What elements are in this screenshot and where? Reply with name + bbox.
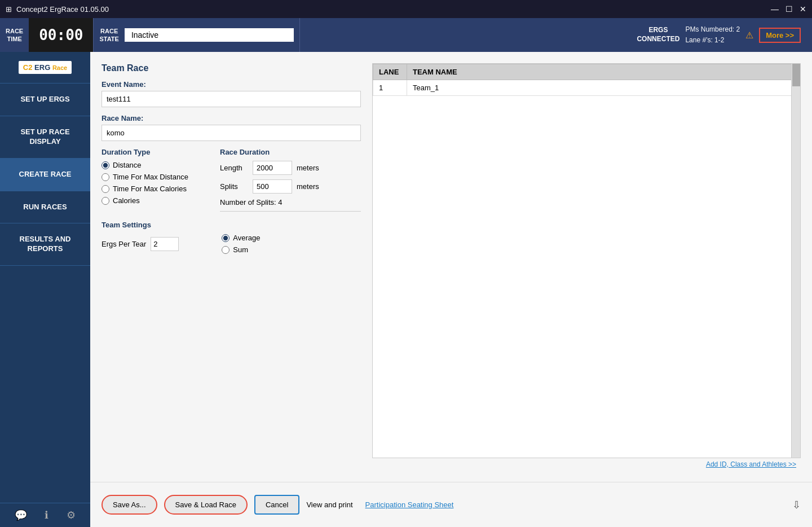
col-lane: LANE — [373, 64, 407, 80]
event-name-group: Event Name: — [102, 80, 361, 107]
save-load-button[interactable]: Save & Load Race — [164, 495, 248, 515]
sidebar-item-setup-ergs[interactable]: SET UP ERGS — [0, 84, 90, 116]
length-label: Length — [220, 164, 248, 172]
duration-type-panel: Duration Type Distance Time For Max Dist… — [102, 148, 209, 212]
duration-option-distance[interactable]: Distance — [102, 161, 209, 169]
ergs-section: ERGS CONNECTED PMs Numbered: 2 Lane #'s:… — [625, 18, 812, 52]
chat-icon[interactable]: 💬 — [15, 509, 27, 521]
logo-container: C2 ERG Race — [19, 61, 72, 74]
scrollbar-track[interactable] — [791, 64, 800, 458]
form-panel: Team Race Event Name: Race Name: Duratio… — [102, 63, 361, 471]
length-unit: meters — [297, 164, 319, 172]
duration-type-label: Duration Type — [102, 148, 209, 156]
title-bar-controls[interactable]: — ☐ ✕ — [771, 5, 806, 14]
race-name-group: Race Name: — [102, 114, 361, 141]
duration-option-calories[interactable]: Calories — [102, 196, 209, 205]
sidebar-logo: C2 ERG Race — [0, 52, 90, 84]
splits-row: Splits meters — [220, 179, 361, 194]
title-bar: ⊞ Concept2 ErgRace 01.05.00 — ☐ ✕ — [0, 0, 812, 18]
race-name-label: Race Name: — [102, 114, 361, 122]
ergs-per-tear: Ergs Per Tear — [102, 237, 179, 251]
ergs-per-tear-input[interactable] — [151, 237, 179, 251]
sidebar: C2 ERG Race SET UP ERGS SET UP RACEDISPL… — [0, 52, 90, 527]
main-content: Team Race Event Name: Race Name: Duratio… — [90, 52, 812, 482]
add-athletes-link[interactable]: Add ID, Class and Athletes >> — [372, 458, 801, 471]
team-settings-label: Team Settings — [102, 221, 361, 229]
splits-count: Number of Splits: 4 — [220, 198, 361, 207]
logo-erg-text: ERG — [34, 63, 50, 72]
race-state-section: RACE STATE Inactive — [94, 18, 299, 52]
sum-option[interactable]: Sum — [222, 245, 260, 254]
info-icon[interactable]: ℹ — [45, 509, 48, 521]
sidebar-item-setup-race-display[interactable]: SET UP RACEDISPLAY — [0, 116, 90, 159]
sidebar-item-create-race[interactable]: CREATE RACE — [0, 159, 90, 191]
ergs-info: PMs Numbered: 2 Lane #'s: 1-2 — [685, 24, 740, 46]
sidebar-item-results[interactable]: RESULTS ANDREPORTS — [0, 223, 90, 266]
team-table: LANE TEAM NAME 1 Team_1 — [373, 64, 800, 96]
top-bar: RACE TIME 00:00 RACE STATE Inactive ERGS… — [0, 18, 812, 52]
team-settings-row: Ergs Per Tear Average Sum — [102, 234, 361, 254]
settings-row: Duration Type Distance Time For Max Dist… — [102, 148, 361, 212]
splits-input[interactable] — [253, 179, 292, 194]
duration-option-time-max-calories[interactable]: Time For Max Calories — [102, 185, 209, 193]
race-duration-panel: Race Duration Length meters Splits meter… — [220, 148, 361, 212]
duration-option-time-max-distance[interactable]: Time For Max Distance — [102, 173, 209, 181]
race-duration-label: Race Duration — [220, 148, 361, 156]
splits-label: Splits — [220, 182, 248, 191]
sidebar-item-run-races[interactable]: RUN RACES — [0, 191, 90, 224]
more-button[interactable]: More >> — [759, 28, 801, 43]
app-icon: ⊞ — [6, 5, 12, 14]
team-table-container: LANE TEAM NAME 1 Team_1 — [372, 63, 801, 458]
right-panel: LANE TEAM NAME 1 Team_1 — [372, 63, 801, 471]
cell-team-name: Team_1 — [407, 80, 800, 96]
table-row: 1 Team_1 — [373, 80, 800, 96]
race-time-section: RACE TIME 00:00 — [0, 18, 94, 52]
scrollbar-thumb[interactable] — [792, 64, 800, 86]
race-name-input[interactable] — [102, 125, 361, 141]
race-state-label: RACE STATE — [99, 27, 118, 43]
main-layout: C2 ERG Race SET UP ERGS SET UP RACEDISPL… — [0, 52, 812, 527]
cell-lane: 1 — [373, 80, 407, 96]
bottom-bar: Save As... Save & Load Race Cancel View … — [90, 482, 812, 527]
race-time-value: 00:00 — [29, 18, 93, 52]
app-title: Concept2 ErgRace 01.05.00 — [16, 5, 109, 14]
splits-unit: meters — [297, 182, 319, 191]
close-button[interactable]: ✕ — [800, 5, 806, 14]
title-bar-left: ⊞ Concept2 ErgRace 01.05.00 — [6, 5, 109, 14]
duration-radio-group: Distance Time For Max Distance Time For … — [102, 161, 209, 205]
race-state-value: Inactive — [125, 28, 294, 42]
section-title: Team Race — [102, 63, 361, 73]
race-time-label: RACE TIME — [0, 27, 29, 43]
length-row: Length meters — [220, 161, 361, 175]
logo-c2: C2 — [23, 63, 33, 72]
event-name-input[interactable] — [102, 91, 361, 107]
content-area: Team Race Event Name: Race Name: Duratio… — [90, 52, 812, 527]
print-icon[interactable]: ⇩ — [792, 499, 801, 511]
warning-icon: ⚠ — [745, 30, 753, 41]
participation-text-static: View and print — [306, 500, 352, 509]
team-settings-panel: Team Settings Ergs Per Tear Average — [102, 221, 361, 254]
ergs-per-tear-label: Ergs Per Tear — [102, 240, 146, 248]
save-as-button[interactable]: Save As... — [102, 495, 157, 515]
settings-icon[interactable]: ⚙ — [67, 509, 76, 521]
maximize-button[interactable]: ☐ — [785, 5, 793, 14]
length-input[interactable] — [253, 161, 292, 175]
minimize-button[interactable]: — — [771, 5, 779, 14]
participation-link[interactable]: Participation Seating Sheet — [365, 500, 454, 509]
logo-race-text: Race — [52, 64, 67, 71]
average-option[interactable]: Average — [222, 234, 260, 242]
col-team-name: TEAM NAME — [407, 64, 800, 80]
sidebar-nav: SET UP ERGS SET UP RACEDISPLAY CREATE RA… — [0, 84, 90, 503]
cancel-button[interactable]: Cancel — [254, 495, 299, 515]
ergs-label: ERGS CONNECTED — [637, 26, 679, 43]
event-name-label: Event Name: — [102, 80, 361, 89]
splits-count-value: 4 — [278, 198, 282, 207]
average-sum-group: Average Sum — [222, 234, 260, 254]
sidebar-bottom: 💬 ℹ ⚙ — [0, 503, 90, 527]
